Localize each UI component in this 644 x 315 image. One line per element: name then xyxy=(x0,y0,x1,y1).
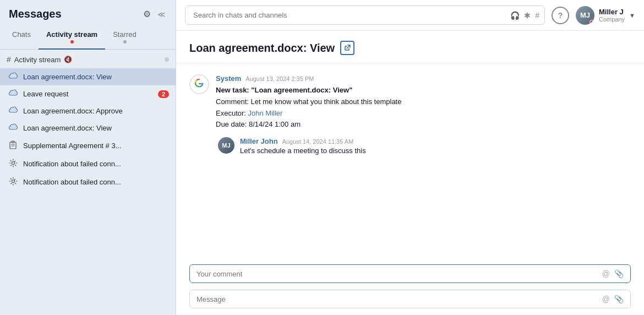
reply-sender: Miller John xyxy=(240,137,278,145)
unread-badge: 2 xyxy=(158,90,169,98)
user-profile[interactable]: MJ Miller J Company ▼ xyxy=(576,6,635,25)
reply-text: Let's schedule a meeting to discuss this xyxy=(240,146,631,155)
attachment-icon[interactable]: 📎 xyxy=(614,295,624,303)
chat-item-label: Supplemental Agreement # 3... xyxy=(23,142,169,150)
message-block: System August 13, 2024 2:35 PM New task:… xyxy=(189,74,631,155)
sidebar-title: Messages xyxy=(9,8,62,20)
executor-link[interactable]: John Miller xyxy=(248,109,283,117)
tab-activity-dot xyxy=(70,40,74,44)
message-input-area: @ 📎 xyxy=(176,286,644,315)
tab-starred[interactable]: Starred xyxy=(105,26,144,49)
channel-header: # Activity stream 🔇 xyxy=(0,50,176,68)
message-input[interactable] xyxy=(197,295,598,303)
chat-item-label: Loan agreement.docx: Approve xyxy=(23,107,169,115)
list-item[interactable]: Loan agreement.docx: Approve xyxy=(0,102,176,120)
topbar-right: ? MJ Miller J Company ▼ xyxy=(552,6,635,25)
search-bar: 🎧 ✱ # xyxy=(185,6,545,25)
reply-avatar: MJ xyxy=(218,137,234,154)
sidebar-tabs: Chats Activity stream Starred xyxy=(0,26,176,50)
reply-block: MJ Miller John August 14, 2024 11:35 AM … xyxy=(218,137,631,155)
main-area: 🎧 ✱ # ? MJ Miller J Company ▼ xyxy=(176,0,644,315)
search-icons: 🎧 ✱ # xyxy=(510,11,539,20)
search-input[interactable] xyxy=(185,6,545,25)
page-title: Loan agreement.docx: View xyxy=(189,42,335,55)
list-item[interactable]: Loan agreement.docx: View xyxy=(0,68,176,85)
comment-input-area: @ 📎 xyxy=(176,260,644,286)
comment-input-wrapper: @ 📎 xyxy=(189,264,631,283)
sidebar-header-icons: ⚙ ≪ xyxy=(142,8,167,20)
cloud-icon xyxy=(9,106,19,116)
help-button[interactable]: ? xyxy=(552,7,569,24)
clipboard-icon xyxy=(9,140,19,151)
message-sender: System xyxy=(216,74,241,83)
page-title-bar: Loan agreement.docx: View xyxy=(176,31,644,63)
comment-input-icons: @ 📎 xyxy=(602,269,624,278)
user-info: Miller J Company xyxy=(599,8,625,23)
cloud-icon xyxy=(9,123,19,133)
user-name: Miller J xyxy=(599,8,625,16)
chat-item-label: Notification about failed conn... xyxy=(23,178,169,186)
cloud-icon xyxy=(9,72,19,82)
message-due: Due date: 8/14/24 1:00 am xyxy=(216,119,631,131)
tab-starred-dot xyxy=(123,40,127,44)
attachment-icon[interactable]: 📎 xyxy=(614,269,624,278)
list-item[interactable]: Notification about failed conn... xyxy=(0,173,176,191)
mention-icon[interactable]: @ xyxy=(602,269,610,278)
chat-item-label: Loan agreement.docx: View xyxy=(23,124,169,132)
collapse-button[interactable]: ≪ xyxy=(156,9,167,20)
message-input-icons: @ 📎 xyxy=(602,295,624,303)
cloud-icon xyxy=(9,89,19,99)
tab-activity-stream[interactable]: Activity stream xyxy=(39,26,105,49)
channel-hash-icon: # xyxy=(7,55,11,64)
mute-icon[interactable]: 🔇 xyxy=(64,56,72,63)
comment-input[interactable] xyxy=(197,270,598,278)
channel-status-dot xyxy=(165,57,169,62)
message-task-title: New task: "Loan agreement.docx: View" xyxy=(216,85,631,96)
list-item[interactable]: Supplemental Agreement # 3... xyxy=(0,137,176,155)
chat-item-label: Leave request xyxy=(23,90,154,98)
reply-time: August 14, 2024 11:35 AM xyxy=(282,138,354,145)
hash-icon: # xyxy=(535,11,539,20)
avatar: MJ xyxy=(576,6,594,25)
chat-item-label: Loan agreement.docx: View xyxy=(23,73,169,81)
chat-item-label: Notification about failed conn... xyxy=(23,160,169,168)
list-item[interactable]: Leave request 2 xyxy=(0,85,176,102)
gear-icon xyxy=(9,159,19,169)
system-avatar xyxy=(189,74,209,94)
message-content: System August 13, 2024 2:35 PM New task:… xyxy=(216,74,631,155)
tab-chats[interactable]: Chats xyxy=(4,26,39,49)
channel-name: Activity stream xyxy=(14,56,61,64)
user-status-dot xyxy=(590,20,594,24)
message-time: August 13, 2024 2:35 PM xyxy=(245,75,314,82)
headset-icon: 🎧 xyxy=(510,11,520,20)
mention-icon[interactable]: @ xyxy=(602,295,610,303)
settings-button[interactable]: ⚙ xyxy=(142,8,152,20)
list-item[interactable]: Notification about failed conn... xyxy=(0,155,176,173)
sidebar: Messages ⚙ ≪ Chats Activity stream Starr… xyxy=(0,0,176,315)
asterisk-icon: ✱ xyxy=(524,11,531,20)
content-area: Loan agreement.docx: View xyxy=(176,31,644,315)
message-executor: Executor: John Miller xyxy=(216,108,631,120)
user-dropdown-arrow: ▼ xyxy=(629,12,635,19)
message-comment: Comment: Let me know what you think abou… xyxy=(216,96,631,108)
messages-area: System August 13, 2024 2:35 PM New task:… xyxy=(176,63,644,260)
topbar: 🎧 ✱ # ? MJ Miller J Company ▼ xyxy=(176,0,644,31)
list-item[interactable]: Loan agreement.docx: View xyxy=(0,120,176,137)
user-company: Company xyxy=(599,16,625,23)
reply-content: Miller John August 14, 2024 11:35 AM Let… xyxy=(240,137,631,155)
sidebar-header: Messages ⚙ ≪ xyxy=(0,0,176,26)
message-input-wrapper: @ 📎 xyxy=(189,290,631,308)
gear-icon xyxy=(9,177,19,187)
external-link-button[interactable] xyxy=(340,41,354,55)
chat-list: Loan agreement.docx: View Leave request … xyxy=(0,68,176,315)
svg-rect-0 xyxy=(10,142,16,149)
